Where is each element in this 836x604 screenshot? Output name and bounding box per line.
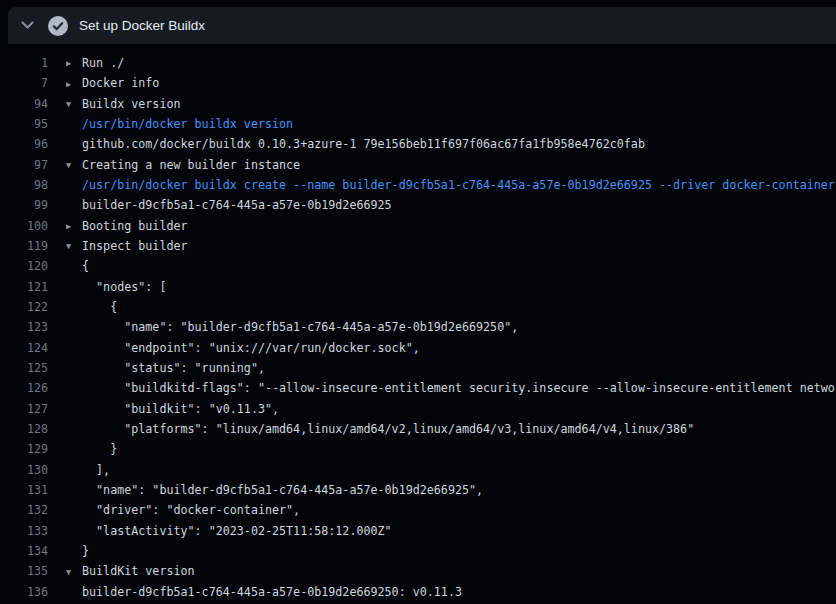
line-number[interactable]: 135 xyxy=(0,561,48,581)
line-number[interactable]: 127 xyxy=(0,399,48,419)
triangle-right-icon: ▶ xyxy=(66,74,82,94)
log-line-text: builder-d9cfb5a1-c764-445a-a57e-0b19d2e6… xyxy=(66,582,462,602)
step-header[interactable]: Set up Docker Buildx xyxy=(8,7,836,44)
log-line-text: "lastActivity": "2023-02-25T11:58:12.000… xyxy=(66,521,392,541)
line-number[interactable]: 95 xyxy=(0,114,48,134)
chevron-down-icon[interactable] xyxy=(15,14,39,38)
log-group-line: 119▼Inspect builder xyxy=(0,236,836,256)
log-output-line: 121 "nodes": [ xyxy=(0,277,836,297)
log-line-text: ], xyxy=(66,460,110,480)
log-line-text: "nodes": [ xyxy=(66,277,166,297)
line-number[interactable]: 126 xyxy=(0,378,48,398)
log-group-line: 135▼BuildKit version xyxy=(0,561,836,581)
log-group-line: 94▼Buildx version xyxy=(0,94,836,114)
triangle-down-icon: ▼ xyxy=(66,155,82,175)
triangle-down-icon: ▼ xyxy=(66,94,82,114)
log-line-text: builder-d9cfb5a1-c764-445a-a57e-0b19d2e6… xyxy=(66,195,392,215)
step-title: Set up Docker Buildx xyxy=(79,18,205,33)
log-line-text: /usr/bin/docker buildx version xyxy=(66,114,293,134)
log-output-line: 133 "lastActivity": "2023-02-25T11:58:12… xyxy=(0,521,836,541)
log-group-title[interactable]: ▶Docker info xyxy=(66,73,159,93)
log-line-text: "buildkitd-flags": "--allow-insecure-ent… xyxy=(66,378,836,398)
log-line-text: "name": "builder-d9cfb5a1-c764-445a-a57e… xyxy=(66,480,483,500)
line-number[interactable]: 133 xyxy=(0,521,48,541)
line-number[interactable]: 7 xyxy=(0,73,48,93)
log-line-text: } xyxy=(66,439,117,459)
line-number[interactable]: 128 xyxy=(0,419,48,439)
line-number[interactable]: 120 xyxy=(0,256,48,276)
log-output-line: 124 "endpoint": "unix:///var/run/docker.… xyxy=(0,338,836,358)
log-output-line: 122 { xyxy=(0,297,836,317)
log-group-line: 100▶Booting builder xyxy=(0,216,836,236)
line-number[interactable]: 100 xyxy=(0,216,48,236)
log-line-text: "name": "builder-d9cfb5a1-c764-445a-a57e… xyxy=(66,317,518,337)
log-group-line: 7▶Docker info xyxy=(0,73,836,93)
log-group-line: 1▶Run ./ xyxy=(0,53,836,73)
step-log-panel: Set up Docker Buildx 1▶Run ./7▶Docker in… xyxy=(0,0,836,604)
line-number[interactable]: 124 xyxy=(0,338,48,358)
triangle-right-icon: ▶ xyxy=(66,216,82,236)
log-group-title[interactable]: ▼Creating a new builder instance xyxy=(66,155,300,175)
triangle-down-icon: ▼ xyxy=(66,236,82,256)
log-output-line: 126 "buildkitd-flags": "--allow-insecure… xyxy=(0,378,836,398)
log-group-line: 97▼Creating a new builder instance xyxy=(0,155,836,175)
log-output-line: 131 "name": "builder-d9cfb5a1-c764-445a-… xyxy=(0,480,836,500)
line-number[interactable]: 136 xyxy=(0,582,48,602)
line-number[interactable]: 122 xyxy=(0,297,48,317)
line-number[interactable]: 1 xyxy=(0,53,48,73)
log-line-text: { xyxy=(66,297,117,317)
log-output-line: 120{ xyxy=(0,256,836,276)
line-number[interactable]: 94 xyxy=(0,94,48,114)
check-circle-icon xyxy=(48,16,68,36)
line-number[interactable]: 130 xyxy=(0,460,48,480)
line-number[interactable]: 132 xyxy=(0,500,48,520)
log-output-line: 99builder-d9cfb5a1-c764-445a-a57e-0b19d2… xyxy=(0,195,836,215)
log-line-text: "endpoint": "unix:///var/run/docker.sock… xyxy=(66,338,420,358)
log-line-text: "platforms": "linux/amd64,linux/amd64/v2… xyxy=(66,419,694,439)
line-number[interactable]: 123 xyxy=(0,317,48,337)
log-output-line: 129 } xyxy=(0,439,836,459)
log-group-title[interactable]: ▼Inspect builder xyxy=(66,236,188,256)
log-output-line: 134} xyxy=(0,541,836,561)
triangle-down-icon: ▼ xyxy=(66,562,82,582)
log-output-line: 125 "status": "running", xyxy=(0,358,836,378)
log-output-line: 128 "platforms": "linux/amd64,linux/amd6… xyxy=(0,419,836,439)
log-command-line: 98/usr/bin/docker buildx create --name b… xyxy=(0,175,836,195)
log-line-text: "buildkit": "v0.11.3", xyxy=(66,399,279,419)
log-line-text: "status": "running", xyxy=(66,358,265,378)
log-group-title[interactable]: ▼BuildKit version xyxy=(66,561,195,581)
log-output-line: 127 "buildkit": "v0.11.3", xyxy=(0,399,836,419)
log-command-line: 95/usr/bin/docker buildx version xyxy=(0,114,836,134)
log-output-line: 136builder-d9cfb5a1-c764-445a-a57e-0b19d… xyxy=(0,582,836,602)
line-number[interactable]: 134 xyxy=(0,541,48,561)
log-group-title[interactable]: ▼Buildx version xyxy=(66,94,181,114)
triangle-right-icon: ▶ xyxy=(66,53,82,73)
line-number[interactable]: 129 xyxy=(0,439,48,459)
log-output-line: 123 "name": "builder-d9cfb5a1-c764-445a-… xyxy=(0,317,836,337)
log-line-text: github.com/docker/buildx 0.10.3+azure-1 … xyxy=(66,134,645,154)
log-area: 1▶Run ./7▶Docker info94▼Buildx version95… xyxy=(0,44,836,604)
line-number[interactable]: 96 xyxy=(0,134,48,154)
log-line-text: "driver": "docker-container", xyxy=(66,500,300,520)
line-number[interactable]: 98 xyxy=(0,175,48,195)
log-group-title[interactable]: ▶Run ./ xyxy=(66,53,124,73)
line-number[interactable]: 97 xyxy=(0,155,48,175)
log-output-line: 132 "driver": "docker-container", xyxy=(0,500,836,520)
log-line-text: /usr/bin/docker buildx create --name bui… xyxy=(66,175,835,195)
log-output-line: 96github.com/docker/buildx 0.10.3+azure-… xyxy=(0,134,836,154)
log-group-title[interactable]: ▶Booting builder xyxy=(66,216,188,236)
line-number[interactable]: 125 xyxy=(0,358,48,378)
log-line-text: { xyxy=(66,256,89,276)
line-number[interactable]: 119 xyxy=(0,236,48,256)
line-number[interactable]: 121 xyxy=(0,277,48,297)
log-output-line: 130 ], xyxy=(0,460,836,480)
log-line-text: } xyxy=(66,541,89,561)
line-number[interactable]: 131 xyxy=(0,480,48,500)
line-number[interactable]: 99 xyxy=(0,195,48,215)
